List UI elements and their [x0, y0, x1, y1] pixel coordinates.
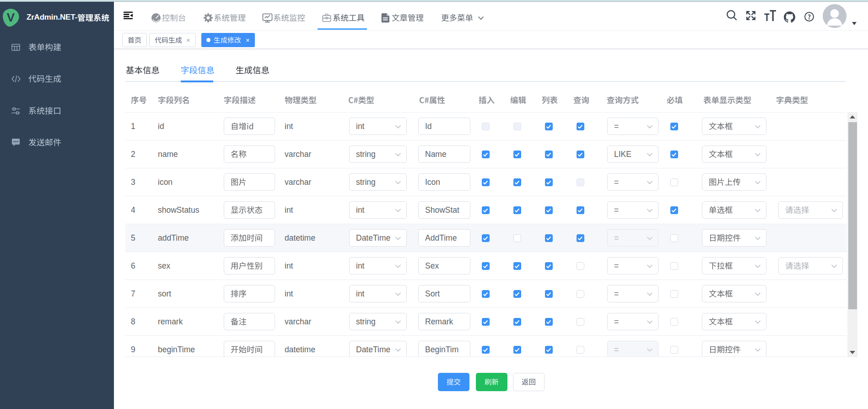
- svg-text:V: V: [7, 11, 15, 24]
